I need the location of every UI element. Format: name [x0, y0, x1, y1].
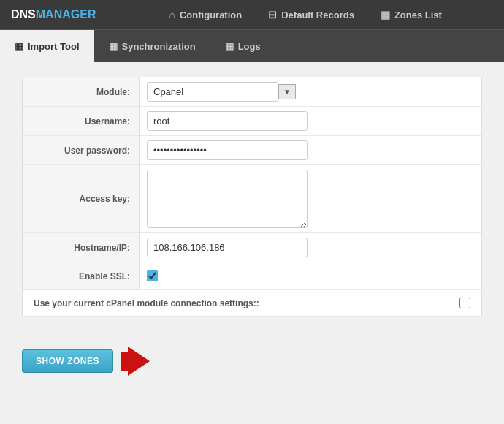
hostname-field — [140, 233, 481, 262]
access-key-field — [140, 165, 481, 232]
sync-icon: ▦ — [109, 41, 118, 52]
logo-manager: MANAGER — [36, 8, 96, 21]
password-row: User password: — [23, 136, 481, 165]
arrow-icon — [128, 347, 150, 376]
cpanel-row: Use your current cPanel module connectio… — [23, 290, 481, 317]
sub-navigation: ▦ Import Tool ▦ Synchronization ▦ Logs — [0, 29, 504, 62]
nav-import-tool-label: Import Tool — [28, 41, 80, 52]
username-field — [140, 107, 481, 135]
logo-dns: DNS — [11, 8, 36, 21]
access-key-label: Access key: — [23, 165, 140, 232]
access-key-input[interactable] — [147, 170, 308, 228]
ssl-field — [140, 266, 481, 286]
username-input[interactable] — [147, 111, 308, 131]
username-row: Username: — [23, 107, 481, 136]
import-form: Module: Cpanel ▼ Username: User password… — [22, 77, 482, 317]
nav-default-records[interactable]: ⊟ Default Records — [255, 0, 367, 29]
nav-zones-list[interactable]: ▦ Zones List — [367, 0, 455, 29]
nav-import-tool[interactable]: ▦ Import Tool — [0, 30, 94, 62]
home-icon: ⌂ — [169, 9, 175, 20]
sliders-icon: ⊟ — [268, 9, 277, 20]
nav-default-records-label: Default Records — [281, 10, 354, 20]
ssl-row: Enable SSL: — [23, 262, 481, 290]
module-row: Module: Cpanel ▼ — [23, 77, 481, 107]
nav-configuration[interactable]: ⌂ Configuration — [156, 0, 256, 29]
main-nav: ⌂ Configuration ⊟ Default Records ▦ Zone… — [107, 0, 504, 29]
access-key-row: Access key: — [23, 165, 481, 233]
nav-logs-label: Logs — [238, 41, 261, 52]
password-field — [140, 136, 481, 164]
module-dropdown-arrow[interactable]: ▼ — [278, 84, 296, 99]
hostname-label: Hostname/IP: — [23, 233, 140, 262]
nav-synchronization[interactable]: ▦ Synchronization — [94, 30, 210, 62]
cpanel-label: Use your current cPanel module connectio… — [34, 298, 452, 308]
module-field: Cpanel ▼ — [140, 77, 481, 106]
grid-icon: ▦ — [381, 9, 390, 20]
logo: DNS MANAGER — [0, 0, 107, 29]
module-select-wrapper[interactable]: Cpanel ▼ — [147, 82, 296, 102]
nav-zones-list-label: Zones List — [394, 10, 442, 20]
import-tool-icon: ▦ — [15, 41, 23, 52]
nav-logs[interactable]: ▦ Logs — [210, 30, 275, 62]
module-select-display[interactable]: Cpanel — [147, 82, 278, 102]
logs-icon: ▦ — [225, 41, 234, 52]
ssl-checkbox[interactable] — [147, 270, 158, 281]
password-input[interactable] — [147, 140, 308, 160]
content-area: Module: Cpanel ▼ Username: User password… — [0, 62, 504, 332]
hostname-input[interactable] — [147, 238, 308, 257]
hostname-row: Hostname/IP: — [23, 233, 481, 262]
button-area: SHOW ZONES — [0, 332, 504, 390]
show-zones-button[interactable]: SHOW ZONES — [22, 349, 113, 373]
nav-configuration-label: Configuration — [180, 10, 242, 20]
username-label: Username: — [23, 107, 140, 135]
module-value: Cpanel — [153, 86, 183, 97]
nav-synchronization-label: Synchronization — [122, 41, 196, 52]
module-label: Module: — [23, 77, 140, 106]
cpanel-checkbox[interactable] — [459, 298, 470, 308]
password-label: User password: — [23, 136, 140, 164]
top-navigation: DNS MANAGER ⌂ Configuration ⊟ Default Re… — [0, 0, 504, 29]
ssl-label: Enable SSL: — [23, 262, 140, 289]
